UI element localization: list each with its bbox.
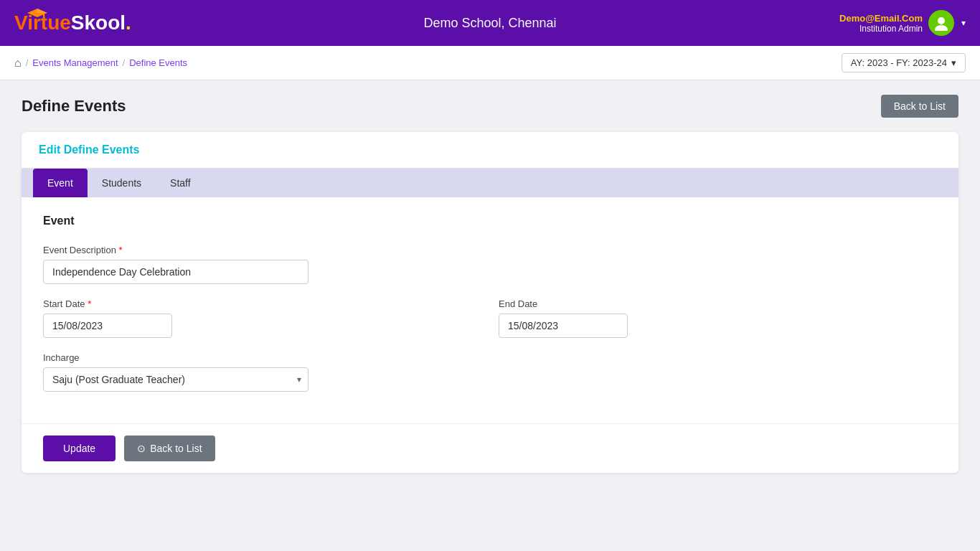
form-section: Event Event Description * Start Date * [22, 197, 958, 423]
header: VirtueSkool. Demo School, Chennai Demo@E… [0, 0, 980, 46]
back-icon: ⊙ [137, 443, 146, 454]
svg-marker-1 [37, 9, 47, 13]
user-info: Demo@Email.Com Institution Admin [839, 13, 923, 34]
update-button[interactable]: Update [43, 435, 116, 461]
form-card: Edit Define Events Event Students Staff … [22, 132, 958, 473]
breadcrumb-bar: ⌂ / Events Management / Define Events AY… [0, 46, 980, 80]
form-card-header: Edit Define Events [22, 132, 958, 169]
back-to-list-bottom-label: Back to List [150, 443, 202, 454]
main-content: Define Events Back to List Edit Define E… [0, 80, 980, 487]
ay-selector-chevron-icon: ▾ [951, 57, 956, 68]
form-actions: Update ⊙ Back to List [22, 423, 958, 473]
start-date-col: Start Date * [43, 298, 481, 338]
svg-rect-2 [43, 13, 44, 17]
incharge-select-wrapper: Saju (Post Graduate Teacher) ▾ [43, 367, 308, 392]
breadcrumb-sep-2: / [123, 57, 126, 68]
end-date-label: End Date [499, 298, 937, 309]
breadcrumb-define-events: Define Events [129, 57, 187, 68]
ay-selector-button[interactable]: AY: 2023 - FY: 2023-24 ▾ [842, 53, 966, 72]
edit-define-events-title: Edit Define Events [39, 143, 139, 156]
user-role: Institution Admin [839, 24, 923, 34]
svg-point-3 [938, 17, 945, 24]
end-date-wrapper [499, 314, 937, 338]
user-icon [933, 15, 949, 31]
breadcrumb-events-management[interactable]: Events Management [32, 57, 118, 68]
home-icon[interactable]: ⌂ [14, 57, 22, 70]
end-date-col: End Date [499, 298, 937, 338]
page-header: Define Events Back to List [22, 95, 958, 118]
tab-event[interactable]: Event [33, 169, 88, 197]
event-description-label: Event Description * [43, 245, 937, 255]
incharge-select[interactable]: Saju (Post Graduate Teacher) [43, 367, 308, 392]
ay-selector-label: AY: 2023 - FY: 2023-24 [851, 57, 947, 68]
tab-staff[interactable]: Staff [156, 169, 205, 197]
page-title: Define Events [22, 97, 126, 116]
event-description-input[interactable] [43, 260, 308, 284]
required-star-2: * [88, 298, 91, 309]
breadcrumb-sep-1: / [26, 57, 29, 68]
logo: VirtueSkool. [14, 11, 131, 34]
svg-point-4 [935, 25, 948, 31]
incharge-group: Incharge Saju (Post Graduate Teacher) ▾ [43, 352, 937, 392]
user-email: Demo@Email.Com [839, 13, 923, 24]
start-date-label: Start Date * [43, 298, 481, 309]
required-star-1: * [119, 245, 123, 255]
incharge-label: Incharge [43, 352, 937, 363]
tab-students[interactable]: Students [88, 169, 156, 197]
back-to-list-bottom-button[interactable]: ⊙ Back to List [124, 435, 215, 461]
event-description-group: Event Description * [43, 245, 937, 284]
start-date-wrapper [43, 314, 481, 338]
back-to-list-top-button[interactable]: Back to List [881, 95, 958, 118]
start-date-input[interactable] [43, 314, 172, 338]
user-menu-chevron-icon: ▾ [961, 18, 966, 28]
avatar [928, 10, 954, 36]
tabs-bar: Event Students Staff [22, 169, 958, 197]
breadcrumb: ⌂ / Events Management / Define Events [14, 57, 187, 70]
user-menu[interactable]: Demo@Email.Com Institution Admin ▾ [839, 10, 966, 36]
graduation-cap-icon [27, 7, 47, 17]
end-date-input[interactable] [499, 314, 628, 338]
dates-row: Start Date * End Date [43, 298, 937, 338]
form-section-title: Event [43, 215, 937, 227]
school-name: Demo School, Chennai [423, 16, 556, 31]
